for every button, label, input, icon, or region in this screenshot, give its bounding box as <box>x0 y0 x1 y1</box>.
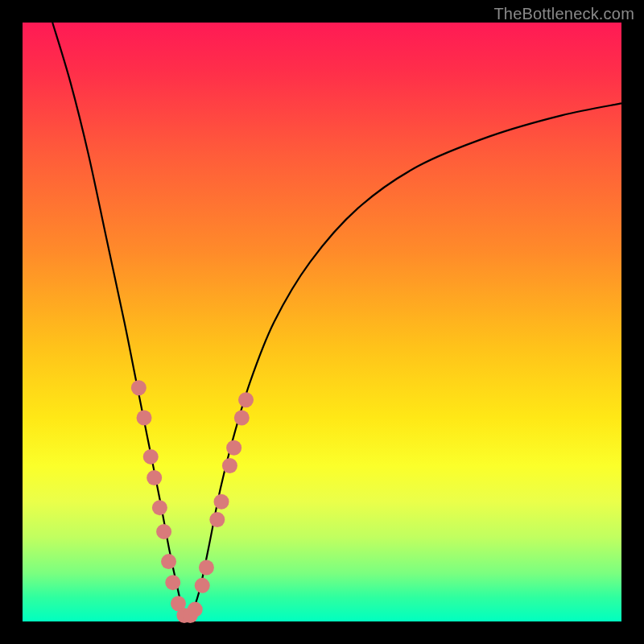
curve-marker <box>152 500 167 515</box>
curve-marker <box>143 449 159 464</box>
curve-marker <box>199 560 214 576</box>
curve-marker <box>147 470 162 485</box>
curve-marker <box>234 411 250 426</box>
curve-marker <box>209 512 225 527</box>
curve-marker <box>161 554 176 569</box>
curve-marker <box>165 575 180 590</box>
curve-marker <box>214 494 229 510</box>
marker-group <box>131 380 254 623</box>
plot-area <box>23 23 621 621</box>
curve-marker <box>195 578 210 593</box>
curve-svg <box>23 23 621 621</box>
curve-marker <box>226 440 242 456</box>
curve-marker <box>137 411 152 426</box>
curve-marker <box>131 380 147 395</box>
bottleneck-curve <box>52 23 621 618</box>
watermark-text: TheBottleneck.com <box>493 5 634 23</box>
curve-marker <box>222 458 237 473</box>
curve-marker <box>188 602 203 617</box>
chart-container: TheBottleneck.com <box>0 0 644 644</box>
curve-marker <box>156 524 171 539</box>
curve-marker <box>238 392 254 407</box>
